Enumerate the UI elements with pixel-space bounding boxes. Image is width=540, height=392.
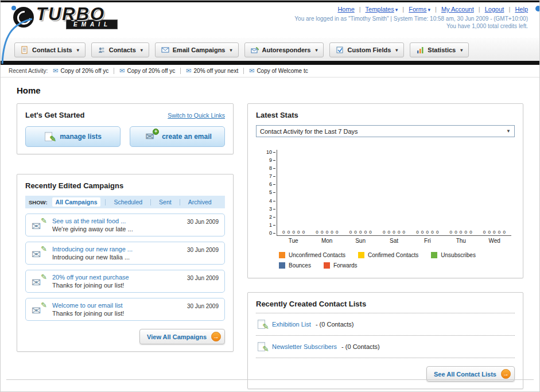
create-email-button[interactable]: ✉ + create an email: [130, 126, 225, 147]
bar-value-labels: 0 0 0 0 0: [444, 230, 477, 235]
pencil-icon: ✎: [44, 131, 55, 142]
bar-value-labels: 0 0 0 0 0: [378, 230, 411, 235]
pencil-glyph: ✎: [41, 217, 47, 224]
contact-list-item[interactable]: ✎ Exhibition List - (0 Contacts): [256, 313, 515, 336]
top-link-logout[interactable]: Logout: [485, 6, 504, 13]
tab-scheduled[interactable]: Scheduled: [110, 197, 146, 207]
chart-legend: Unconfirmed ContactsConfirmed ContactsUn…: [279, 252, 515, 269]
nav-divider-bar: [1, 61, 539, 65]
panel-title: Recently Edited Campaigns: [25, 181, 225, 190]
nav-tab-autoresponders[interactable]: Autoresponders ▾: [244, 42, 324, 57]
chevron-down-icon: ▾: [460, 48, 463, 53]
legend-label: Unconfirmed Contacts: [289, 252, 345, 258]
top-link-forms[interactable]: Forms▾: [409, 6, 430, 13]
legend-label: Unsubscribes: [441, 252, 476, 258]
contacts-icon: [98, 46, 106, 54]
tab-archived[interactable]: Archived: [185, 197, 215, 207]
campaign-title-link[interactable]: 20% off your next purchase: [52, 274, 181, 281]
header: TURBO EMAIL Home | Templates▾ | Forms▾ |…: [1, 2, 539, 38]
separator: [243, 68, 244, 74]
pencil-glyph: ✎: [49, 135, 56, 143]
tab-all-campaigns[interactable]: All Campaigns: [52, 197, 101, 207]
recent-activity-text: Copy of Welcome tc: [257, 68, 308, 74]
edit-campaign-icon: ✉ ✎: [32, 303, 46, 316]
envelope-glyph: ✉: [32, 249, 41, 260]
statistics-icon: [416, 46, 424, 54]
top-link-templates[interactable]: Templates▾: [366, 6, 398, 13]
edit-campaign-icon: ✉ ✎: [32, 247, 46, 259]
campaign-subtitle: Thanks for joining our list!: [52, 310, 181, 317]
page-title: Home: [17, 86, 523, 95]
main-navigation: Contact Lists ▾ Contacts ▾ Email Campaig…: [1, 38, 539, 61]
chart-plot-area: 0 0 0 0 00 0 0 0 00 0 0 0 00 0 0 0 00 0 …: [277, 150, 511, 236]
logo-swirl-icon: [13, 7, 34, 28]
campaign-item[interactable]: ✉ ✎ 20% off your next purchase Thanks fo…: [25, 270, 225, 293]
x-axis-label: Tue: [277, 238, 310, 244]
pencil-icon: ✎: [257, 319, 267, 329]
recent-activity-item[interactable]: ✉ Copy of Welcome tc: [249, 68, 308, 74]
custom-fields-icon: [336, 46, 344, 54]
separator: |: [508, 6, 510, 13]
campaign-item[interactable]: ✉ ✎ See us at the retail food ... We're …: [25, 214, 225, 236]
pencil-icon: ✎: [257, 341, 267, 352]
link-label: Templates: [366, 6, 394, 13]
contact-activity-chart: 109876543210 0 0 0 0 00 0 0 0 00 0 0 0 0…: [256, 150, 515, 244]
pencil-glyph: ✎: [262, 345, 269, 353]
legend-swatch-icon: [324, 262, 330, 269]
manage-lists-button[interactable]: ✎ manage lists: [25, 126, 121, 147]
x-axis-label: Wed: [478, 238, 511, 244]
nav-tab-email-campaigns[interactable]: Email Campaigns ▾: [155, 42, 239, 57]
contact-list-item[interactable]: ✎ Newsletter Subscribers - (0 Contacts): [256, 336, 515, 358]
recent-activity-item[interactable]: ✉ 20% off your next: [186, 68, 238, 74]
recent-activity-bar: Recent Activity: ✉ Copy of 20% off yc ✉ …: [1, 65, 539, 77]
contact-list-link[interactable]: Newsletter Subscribers: [272, 343, 337, 350]
y-axis-tick: 10: [266, 150, 275, 155]
campaign-title-link[interactable]: Introducing our new range ...: [52, 246, 181, 253]
top-link-help[interactable]: Help: [515, 6, 528, 13]
separator: |: [402, 6, 404, 13]
get-started-panel: Let's Get Started Switch to Quick Links …: [17, 103, 234, 154]
envelope-icon: ✉: [186, 68, 191, 74]
turbo-email-logo[interactable]: TURBO EMAIL: [6, 5, 161, 29]
chevron-down-icon: ▾: [77, 48, 79, 53]
y-axis-tick: 4: [269, 199, 275, 204]
recent-activity-item[interactable]: ✉ Copy of 20% off yc: [53, 68, 108, 74]
switch-quick-links-link[interactable]: Switch to Quick Links: [168, 112, 225, 119]
right-column: Latest Stats Contact Activity for the La…: [247, 103, 523, 389]
pencil-glyph: ✎: [41, 301, 47, 309]
credits-info: You have 1,000 total credits left.: [294, 23, 528, 29]
bar-value-labels: 0 0 0 0 0: [478, 230, 511, 235]
recent-activity-item[interactable]: ✉ Copy of 20% off yc: [119, 68, 175, 74]
bar-value-labels: 0 0 0 0 0: [411, 230, 444, 235]
select-value: Contact Activity for the Last 7 Days: [260, 128, 358, 135]
tab-sent[interactable]: Sent: [156, 197, 175, 207]
recent-activity-text: Copy of 20% off yc: [61, 68, 109, 74]
envelope-glyph: ✉: [32, 277, 41, 288]
contact-list-link[interactable]: Exhibition List: [272, 321, 311, 328]
campaign-title-link[interactable]: See us at the retail food ...: [52, 218, 181, 224]
nav-tab-statistics[interactable]: Statistics ▾: [410, 42, 469, 57]
campaign-subtitle: We're giving away our late ...: [52, 226, 181, 232]
campaign-filter-tabs: SHOW: All Campaigns Scheduled Sent Archi…: [25, 196, 225, 208]
stats-period-select[interactable]: Contact Activity for the Last 7 Days ▼: [256, 125, 515, 137]
x-axis-label: Sun: [344, 238, 377, 244]
campaign-item[interactable]: ✉ ✎ Introducing our new range ... Introd…: [25, 242, 225, 265]
legend-swatch-icon: [279, 262, 285, 269]
chevron-down-icon: ▾: [315, 48, 317, 53]
view-all-campaigns-button[interactable]: View All Campaigns →: [139, 329, 225, 344]
campaign-title-link[interactable]: Welcome to our email list: [52, 302, 181, 309]
chevron-down-icon: ▾: [395, 48, 398, 53]
chevron-down-icon: ▾: [428, 7, 430, 13]
nav-tab-contacts[interactable]: Contacts ▾: [91, 42, 149, 57]
campaign-item[interactable]: ✉ ✎ Welcome to our email list Thanks for…: [25, 298, 225, 321]
top-link-my-account[interactable]: My Account: [441, 6, 474, 13]
y-axis-tick: 1: [269, 223, 275, 228]
autoresponders-icon: [251, 46, 259, 54]
y-axis-tick: 8: [269, 166, 275, 171]
nav-tab-contact-lists[interactable]: Contact Lists ▾: [14, 42, 86, 57]
nav-tab-custom-fields[interactable]: Custom Fields ▾: [329, 42, 404, 57]
top-link-home[interactable]: Home: [337, 6, 354, 13]
envelope-glyph: ✉: [32, 305, 41, 316]
campaign-date: 30 Jun 2009: [187, 247, 219, 253]
y-axis-tick: 0: [269, 231, 275, 236]
